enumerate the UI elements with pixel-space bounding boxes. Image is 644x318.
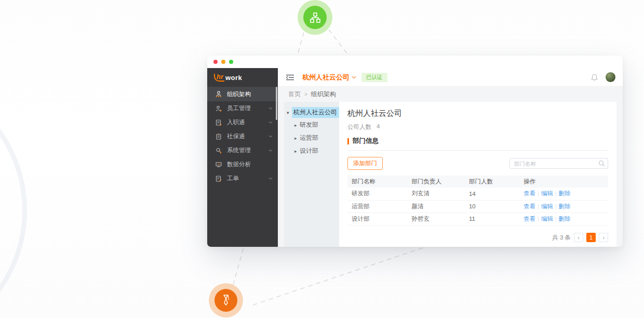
delete-link[interactable]: 删除 [559,203,571,209]
department-table: 部门名称 部门负责人 部门人数 操作 研发部 刘玄清 1 [347,176,608,226]
chevron-down-icon [269,121,273,124]
edit-link[interactable]: 编辑 [541,190,553,196]
certified-badge: 已认证 [361,73,387,82]
caret-right-icon[interactable]: ▸ [294,123,300,128]
col-header-name: 部门名称 [347,176,407,188]
tree-node-child[interactable]: ▸ 设计部 [284,144,339,157]
collapse-menu-icon[interactable] [286,74,294,81]
delete-link[interactable]: 删除 [559,216,571,222]
app-window: hr work 组织架构 员工管理 入职通 [207,56,623,247]
delete-link[interactable]: 删除 [559,190,571,196]
minimize-window-button[interactable] [221,60,225,64]
content-area: 首页 > 组织架构 ▾ 杭州人社云公司 ▸ 研发部 [278,87,623,247]
dept-count: 10 [465,200,519,213]
add-department-button[interactable]: 添加部门 [347,157,383,170]
sidebar-item-label: 工单 [227,175,269,182]
department-card: 杭州人社云公司 公司人数 4 部门信息 添加部门 [339,102,616,247]
tree-child-label: 设计部 [300,147,318,155]
company-count-value: 4 [377,123,380,131]
maximize-window-button[interactable] [229,60,233,64]
current-page-button[interactable]: 1 [586,233,596,242]
tree-node-child[interactable]: ▸ 运营部 [284,131,339,144]
caret-down-icon[interactable]: ▾ [287,110,292,115]
view-link[interactable]: 查看 [524,216,535,222]
work-order-icon [214,175,222,182]
view-link[interactable]: 查看 [524,203,535,209]
sidebar-item-label: 员工管理 [227,104,269,112]
sidebar-item-label: 系统管理 [227,147,269,154]
breadcrumb: 首页 > 组织架构 [284,87,616,102]
dept-leader: 孙哲玄 [407,213,464,225]
window-titlebar [207,56,623,68]
pagination: 共 3 条 ‹ 1 › [347,233,608,242]
org-chart-bubble-inner [303,6,327,29]
edit-link[interactable]: 编辑 [541,216,553,222]
company-selector[interactable]: 杭州人社云公司 [302,73,356,82]
dept-name: 设计部 [347,213,407,225]
col-header-count: 部门人数 [465,176,519,188]
prev-page-button[interactable]: ‹ [574,233,583,242]
caret-right-icon[interactable]: ▸ [294,149,300,154]
tie-bubble-inner [214,289,237,312]
sidebar-item-employee-mgmt[interactable]: 员工管理 [207,101,278,115]
company-name: 杭州人社云公司 [302,73,350,82]
org-tree-panel: ▾ 杭州人社云公司 ▸ 研发部 ▸ 运营部 ▸ [284,102,339,247]
dept-count: 11 [465,213,519,225]
breadcrumb-home[interactable]: 首页 [288,90,301,99]
chevron-down-icon [269,149,273,152]
search-icon[interactable] [598,160,605,167]
logo-hr-mark: hr [214,74,224,82]
table-row: 研发部 刘玄清 14 查看|编辑|删除 [347,188,608,200]
table-row: 运营部 颜清 10 查看|编辑|删除 [347,200,608,213]
app-logo: hr work [207,68,278,87]
necktie-icon [220,294,232,307]
employee-icon [214,104,222,112]
section-accent-bar [347,138,349,144]
sidebar-item-org-structure[interactable]: 组织架构 [207,87,278,101]
tie-bubble [209,283,243,317]
chevron-down-icon [269,177,273,180]
tree-root-label[interactable]: 杭州人社云公司 [292,107,339,118]
bell-icon[interactable] [591,73,598,82]
next-page-button[interactable]: › [599,233,608,242]
sidebar-item-system-mgmt[interactable]: 系统管理 [207,143,278,157]
data-analysis-icon [214,161,222,168]
org-chart-icon [309,11,321,24]
sidebar-item-label: 数据分析 [227,161,273,168]
sidebar-item-social-security[interactable]: 社保通 [207,129,278,143]
sidebar-scrollbar[interactable] [276,87,277,120]
view-link[interactable]: 查看 [524,190,535,196]
user-avatar[interactable] [606,72,615,82]
logo-work-text: work [225,74,242,82]
company-count-label: 公司人数 [347,123,371,131]
tree-child-label: 研发部 [300,121,318,129]
chevron-down-icon [269,107,273,110]
onboarding-doc-icon [214,118,222,126]
breadcrumb-current: 组织架构 [311,90,336,99]
sidebar-item-work-order[interactable]: 工单 [207,171,278,186]
dept-name: 研发部 [347,188,407,200]
department-search-input[interactable] [509,158,608,169]
table-header-row: 部门名称 部门负责人 部门人数 操作 [347,176,608,188]
chevron-down-icon [352,76,356,79]
system-settings-icon [214,147,222,154]
page-title: 杭州人社云公司 [347,109,608,118]
social-security-icon [214,132,222,140]
sidebar-item-data-analysis[interactable]: 数据分析 [207,157,278,171]
breadcrumb-separator: > [304,91,307,97]
sidebar-item-label: 组织架构 [227,90,273,98]
sidebar: hr work 组织架构 员工管理 入职通 [207,68,278,247]
tree-node-child[interactable]: ▸ 研发部 [284,118,339,131]
org-structure-icon [214,90,222,98]
sidebar-item-label: 社保通 [227,132,269,140]
col-header-actions: 操作 [519,176,608,188]
tree-node-root[interactable]: ▾ 杭州人社云公司 [284,107,339,118]
table-row: 设计部 孙哲玄 11 查看|编辑|删除 [347,213,608,225]
col-header-leader: 部门负责人 [407,176,464,188]
close-window-button[interactable] [213,60,218,64]
edit-link[interactable]: 编辑 [541,203,553,209]
sidebar-item-onboarding[interactable]: 入职通 [207,115,278,129]
dept-leader: 刘玄清 [407,188,464,200]
caret-right-icon[interactable]: ▸ [294,136,300,141]
total-count-text: 共 3 条 [552,234,571,242]
